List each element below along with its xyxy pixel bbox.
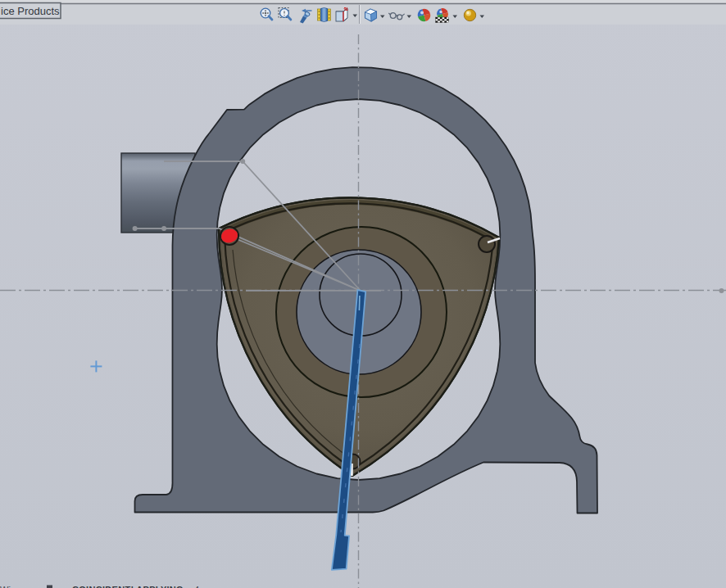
svg-text:COINCIDENT! APPLYING: COINCIDENT! APPLYING bbox=[72, 585, 184, 588]
svg-text:4: 4 bbox=[194, 585, 199, 588]
svg-text:Wi...: Wi... bbox=[0, 585, 18, 588]
svg-text:ice Products: ice Products bbox=[1, 5, 60, 17]
